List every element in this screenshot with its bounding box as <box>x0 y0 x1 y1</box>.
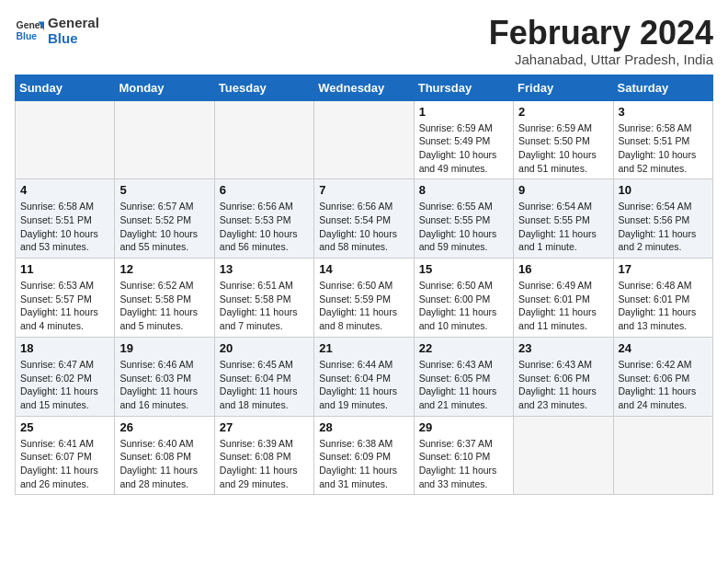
calendar-cell: 8Sunrise: 6:55 AM Sunset: 5:55 PM Daylig… <box>414 179 513 259</box>
day-info: Sunrise: 6:47 AM Sunset: 6:02 PM Dayligh… <box>20 358 109 412</box>
calendar-cell: 12Sunrise: 6:52 AM Sunset: 5:58 PM Dayli… <box>115 259 214 338</box>
day-number: 2 <box>518 105 608 119</box>
day-info: Sunrise: 6:45 AM Sunset: 6:04 PM Dayligh… <box>220 358 309 412</box>
logo-blue-text: Blue <box>48 30 99 46</box>
calendar-cell: 4Sunrise: 6:58 AM Sunset: 5:51 PM Daylig… <box>16 179 115 259</box>
calendar-cell: 21Sunrise: 6:44 AM Sunset: 6:04 PM Dayli… <box>314 337 414 416</box>
calendar-cell: 14Sunrise: 6:50 AM Sunset: 5:59 PM Dayli… <box>314 259 414 338</box>
day-number: 9 <box>518 183 608 197</box>
weekday-header-monday: Monday <box>115 75 214 100</box>
calendar-cell <box>16 100 115 179</box>
day-info: Sunrise: 6:43 AM Sunset: 6:05 PM Dayligh… <box>419 358 508 412</box>
day-number: 21 <box>319 341 408 355</box>
logo-general-text: General <box>48 15 99 30</box>
day-info: Sunrise: 6:49 AM Sunset: 6:01 PM Dayligh… <box>518 279 608 333</box>
day-info: Sunrise: 6:58 AM Sunset: 5:51 PM Dayligh… <box>619 121 708 176</box>
day-number: 19 <box>119 341 209 355</box>
month-title: February 2024 <box>489 15 713 52</box>
day-info: Sunrise: 6:56 AM Sunset: 5:53 PM Dayligh… <box>220 200 309 254</box>
calendar-cell: 24Sunrise: 6:42 AM Sunset: 6:06 PM Dayli… <box>613 337 712 416</box>
day-info: Sunrise: 6:59 AM Sunset: 5:50 PM Dayligh… <box>518 121 608 176</box>
day-info: Sunrise: 6:53 AM Sunset: 5:57 PM Dayligh… <box>20 279 109 333</box>
day-info: Sunrise: 6:55 AM Sunset: 5:55 PM Dayligh… <box>419 200 508 254</box>
calendar-cell: 23Sunrise: 6:43 AM Sunset: 6:06 PM Dayli… <box>514 337 613 416</box>
day-info: Sunrise: 6:48 AM Sunset: 6:01 PM Dayligh… <box>619 279 708 333</box>
day-info: Sunrise: 6:50 AM Sunset: 6:00 PM Dayligh… <box>419 279 508 333</box>
day-info: Sunrise: 6:54 AM Sunset: 5:55 PM Dayligh… <box>518 200 608 254</box>
day-number: 4 <box>20 183 109 197</box>
day-info: Sunrise: 6:37 AM Sunset: 6:10 PM Dayligh… <box>419 437 508 491</box>
weekday-header-thursday: Thursday <box>414 75 513 100</box>
day-number: 8 <box>419 183 508 197</box>
day-number: 25 <box>20 420 109 434</box>
day-number: 24 <box>619 341 708 355</box>
day-number: 16 <box>518 262 608 276</box>
calendar-cell: 9Sunrise: 6:54 AM Sunset: 5:55 PM Daylig… <box>514 179 613 259</box>
calendar-cell: 22Sunrise: 6:43 AM Sunset: 6:05 PM Dayli… <box>414 337 513 416</box>
calendar-cell: 5Sunrise: 6:57 AM Sunset: 5:52 PM Daylig… <box>115 179 214 259</box>
calendar-week-row: 11Sunrise: 6:53 AM Sunset: 5:57 PM Dayli… <box>16 259 713 338</box>
day-number: 26 <box>119 420 209 434</box>
day-info: Sunrise: 6:57 AM Sunset: 5:52 PM Dayligh… <box>119 200 209 254</box>
logo: General Blue General Blue <box>15 15 99 46</box>
calendar-cell <box>514 416 613 495</box>
calendar-week-row: 1Sunrise: 6:59 AM Sunset: 5:49 PM Daylig… <box>16 100 713 179</box>
calendar-cell: 11Sunrise: 6:53 AM Sunset: 5:57 PM Dayli… <box>16 259 115 338</box>
day-info: Sunrise: 6:44 AM Sunset: 6:04 PM Dayligh… <box>319 358 408 412</box>
day-number: 11 <box>20 262 109 276</box>
calendar-week-row: 18Sunrise: 6:47 AM Sunset: 6:02 PM Dayli… <box>16 337 713 416</box>
day-info: Sunrise: 6:42 AM Sunset: 6:06 PM Dayligh… <box>619 358 708 412</box>
weekday-header-friday: Friday <box>514 75 613 100</box>
calendar-cell <box>214 100 313 179</box>
day-number: 22 <box>419 341 508 355</box>
page-header: General Blue General Blue February 2024 … <box>15 15 713 67</box>
day-number: 13 <box>220 262 309 276</box>
weekday-header-saturday: Saturday <box>613 75 712 100</box>
calendar-week-row: 4Sunrise: 6:58 AM Sunset: 5:51 PM Daylig… <box>16 179 713 259</box>
day-number: 15 <box>419 262 508 276</box>
calendar-cell: 25Sunrise: 6:41 AM Sunset: 6:07 PM Dayli… <box>16 416 115 495</box>
calendar-cell: 10Sunrise: 6:54 AM Sunset: 5:56 PM Dayli… <box>613 179 712 259</box>
calendar-cell: 7Sunrise: 6:56 AM Sunset: 5:54 PM Daylig… <box>314 179 414 259</box>
calendar-cell: 2Sunrise: 6:59 AM Sunset: 5:50 PM Daylig… <box>514 100 613 179</box>
calendar-cell: 28Sunrise: 6:38 AM Sunset: 6:09 PM Dayli… <box>314 416 414 495</box>
location-subtitle: Jahanabad, Uttar Pradesh, India <box>489 52 713 67</box>
calendar-cell: 26Sunrise: 6:40 AM Sunset: 6:08 PM Dayli… <box>115 416 214 495</box>
day-number: 18 <box>20 341 109 355</box>
calendar-cell: 20Sunrise: 6:45 AM Sunset: 6:04 PM Dayli… <box>214 337 313 416</box>
weekday-header-sunday: Sunday <box>16 75 115 100</box>
weekday-header-row: SundayMondayTuesdayWednesdayThursdayFrid… <box>16 75 713 100</box>
day-number: 7 <box>319 183 408 197</box>
calendar-cell <box>115 100 214 179</box>
day-number: 23 <box>518 341 608 355</box>
calendar-cell <box>613 416 712 495</box>
day-info: Sunrise: 6:56 AM Sunset: 5:54 PM Dayligh… <box>319 200 408 254</box>
day-info: Sunrise: 6:51 AM Sunset: 5:58 PM Dayligh… <box>220 279 309 333</box>
calendar-cell: 1Sunrise: 6:59 AM Sunset: 5:49 PM Daylig… <box>414 100 513 179</box>
weekday-header-tuesday: Tuesday <box>214 75 313 100</box>
day-info: Sunrise: 6:50 AM Sunset: 5:59 PM Dayligh… <box>319 279 408 333</box>
day-info: Sunrise: 6:39 AM Sunset: 6:08 PM Dayligh… <box>220 437 309 491</box>
day-number: 1 <box>419 105 508 119</box>
day-info: Sunrise: 6:41 AM Sunset: 6:07 PM Dayligh… <box>20 437 109 491</box>
day-number: 29 <box>419 420 508 434</box>
calendar-cell: 16Sunrise: 6:49 AM Sunset: 6:01 PM Dayli… <box>514 259 613 338</box>
day-number: 27 <box>220 420 309 434</box>
weekday-header-wednesday: Wednesday <box>314 75 414 100</box>
day-number: 20 <box>220 341 309 355</box>
calendar-cell: 17Sunrise: 6:48 AM Sunset: 6:01 PM Dayli… <box>613 259 712 338</box>
day-info: Sunrise: 6:43 AM Sunset: 6:06 PM Dayligh… <box>518 358 608 412</box>
day-info: Sunrise: 6:38 AM Sunset: 6:09 PM Dayligh… <box>319 437 408 491</box>
title-block: February 2024 Jahanabad, Uttar Pradesh, … <box>489 15 713 67</box>
day-info: Sunrise: 6:46 AM Sunset: 6:03 PM Dayligh… <box>119 358 209 412</box>
calendar-table: SundayMondayTuesdayWednesdayThursdayFrid… <box>15 75 713 496</box>
logo-icon: General Blue <box>15 16 44 45</box>
day-number: 28 <box>319 420 408 434</box>
day-info: Sunrise: 6:52 AM Sunset: 5:58 PM Dayligh… <box>119 279 209 333</box>
day-number: 3 <box>619 105 708 119</box>
svg-text:Blue: Blue <box>17 31 38 41</box>
day-info: Sunrise: 6:54 AM Sunset: 5:56 PM Dayligh… <box>619 200 708 254</box>
day-number: 10 <box>619 183 708 197</box>
calendar-cell: 6Sunrise: 6:56 AM Sunset: 5:53 PM Daylig… <box>214 179 313 259</box>
calendar-cell: 18Sunrise: 6:47 AM Sunset: 6:02 PM Dayli… <box>16 337 115 416</box>
